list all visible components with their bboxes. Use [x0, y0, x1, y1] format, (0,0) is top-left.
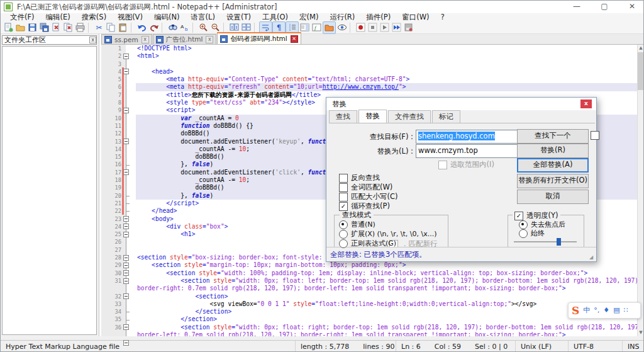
replace-icon[interactable]: Ab — [179, 22, 191, 33]
replace-all-button[interactable]: 全部替换(A) — [517, 158, 589, 173]
close-file-icon[interactable] — [50, 22, 62, 33]
fold-collapse-icon[interactable] — [123, 54, 129, 59]
code-hyperlink[interactable]: http://www.cmzym.top/ — [323, 83, 399, 90]
menu-item-插件(P)[interactable]: 插件(P) — [360, 13, 396, 21]
option-循环查找(P)[interactable]: ✓循环查找(P) — [339, 202, 390, 211]
checkbox-box[interactable]: ✓ — [339, 202, 348, 211]
redo-icon[interactable] — [148, 22, 160, 33]
fold-collapse-icon[interactable] — [123, 108, 129, 113]
scrollbar-thumb[interactable] — [638, 52, 644, 90]
bookmark-checkbox[interactable] — [591, 131, 602, 140]
editor-line[interactable]: 3 — [101, 60, 637, 68]
fold-margin-cell[interactable] — [126, 238, 136, 246]
checkbox-box[interactable] — [339, 193, 348, 202]
editor-line[interactable]: 2<html> — [101, 52, 637, 60]
eol-format-status[interactable]: Unix (LF) — [515, 341, 574, 352]
fold-collapse-icon[interactable] — [123, 293, 129, 299]
sync-scroll-v-icon[interactable] — [228, 22, 240, 33]
slider-handle[interactable] — [557, 238, 561, 246]
tab-ss.pem[interactable]: ss.pemx — [101, 34, 152, 44]
radio-dot[interactable] — [519, 220, 528, 229]
option-全词匹配(W)[interactable]: 全词匹配(W) — [339, 183, 392, 192]
close-button[interactable]: ✕ — [619, 1, 644, 13]
menu-item-宏(M)[interactable]: 宏(M) — [294, 13, 324, 21]
undo-icon[interactable] — [136, 22, 148, 33]
menu-item-文件(F)[interactable]: 文件(F) — [4, 13, 40, 21]
monitoring-eye-icon[interactable] — [336, 22, 348, 33]
fold-collapse-icon[interactable] — [123, 216, 129, 222]
editor-line[interactable]: 35 </section> — [101, 315, 637, 323]
folder-workspace-icon[interactable] — [323, 21, 336, 34]
fold-margin-cell[interactable] — [126, 145, 136, 153]
dialog-close-button[interactable]: x — [580, 99, 592, 108]
menu-item-运行(R)[interactable]: 运行(R) — [324, 13, 360, 21]
dialog-tab-文件查找[interactable]: 文件查找 — [388, 110, 431, 123]
fold-margin-cell[interactable] — [126, 83, 136, 91]
fold-collapse-icon[interactable] — [123, 224, 129, 229]
menu-item-窗口(W)[interactable]: 窗口(W) — [396, 13, 435, 21]
editor-line[interactable]: 32 <section> — [101, 293, 637, 300]
fold-margin-cell[interactable] — [126, 285, 136, 292]
fold-margin-cell[interactable] — [126, 99, 136, 106]
microphone-icon[interactable]: ♦ — [603, 303, 609, 318]
function-list-icon[interactable]: f — [311, 22, 323, 33]
editor-line[interactable]: 5 <meta http-equiv="Content-Type" conten… — [101, 76, 637, 83]
menu-item-?[interactable]: ? — [435, 13, 450, 21]
editor-line[interactable]: border-right: 0.7em solid rgb(218, 120, … — [101, 285, 637, 292]
checkbox-box[interactable] — [339, 174, 348, 183]
menu-item-搜索(S)[interactable]: 搜索(S) — [76, 13, 112, 21]
cancel-button[interactable]: 取消 — [517, 190, 589, 204]
transparency-始终[interactable]: 始终 — [519, 229, 545, 238]
fold-margin-cell[interactable] — [126, 246, 136, 254]
tab-广告位.html[interactable]: 广告位.htmlx — [153, 34, 217, 44]
tab-close-icon[interactable]: x — [206, 36, 213, 43]
fold-margin-cell[interactable] — [126, 130, 136, 137]
soft-keyboard-icon[interactable]: ▤ — [613, 303, 619, 318]
fold-margin-cell[interactable] — [126, 153, 136, 161]
menu-item-视图(V)[interactable]: 视图(V) — [112, 13, 148, 21]
macro-record-icon[interactable] — [355, 22, 367, 33]
fold-margin-cell[interactable] — [126, 331, 136, 336]
radio-dot[interactable] — [519, 229, 528, 238]
radio-dot[interactable] — [339, 239, 348, 248]
fold-margin-cell[interactable] — [126, 45, 136, 52]
macro-save-icon[interactable] — [402, 22, 414, 33]
find-next-button[interactable]: 查找下一个 — [517, 129, 589, 144]
print-icon[interactable] — [74, 22, 86, 33]
dialog-tab-替换[interactable]: 替换 — [358, 110, 387, 123]
editor-line[interactable]: 31 <section style="width: 0px; float: le… — [101, 277, 637, 285]
editor-line[interactable]: 36 <section style="width: 0px; float: ri… — [101, 324, 637, 331]
checkbox-box[interactable] — [339, 183, 348, 192]
zoom-in-icon[interactable] — [197, 22, 209, 33]
open-file-icon[interactable] — [14, 22, 26, 33]
fold-margin-cell[interactable] — [126, 176, 136, 184]
menu-item-编辑(E)[interactable]: 编辑(E) — [40, 13, 76, 21]
in-selection-checkbox[interactable]: 选取范围内(I) — [438, 160, 494, 169]
fold-collapse-icon[interactable] — [123, 340, 129, 346]
close-all-icon[interactable] — [62, 22, 74, 33]
scroll-up-icon[interactable]: ▲ — [638, 45, 644, 51]
save-all-icon[interactable] — [38, 22, 50, 33]
copy-icon[interactable] — [105, 22, 117, 33]
cut-icon[interactable]: ✂ — [93, 22, 105, 33]
fold-collapse-icon[interactable] — [123, 278, 129, 284]
option-匹配大小写(C)[interactable]: 匹配大小写(C) — [339, 192, 398, 202]
resize-grip-icon[interactable]: ◢ — [589, 255, 595, 261]
search-mode-普通(N)[interactable]: 普通(N) — [339, 220, 375, 229]
chinese-mode-icon[interactable]: 中 — [583, 303, 590, 318]
menu-item-设置(T)[interactable]: 设置(T) — [221, 13, 257, 21]
fold-margin-cell[interactable] — [126, 60, 136, 68]
doc-map-icon[interactable] — [299, 22, 311, 33]
minimize-button[interactable]: — — [564, 1, 589, 13]
macro-play-icon[interactable] — [379, 22, 391, 33]
find-icon[interactable] — [167, 22, 179, 33]
editor-line[interactable]: border-left: 0.7em solid rgb(218, 120, 1… — [101, 331, 637, 336]
encoding-status[interactable]: UTF-8 — [568, 341, 628, 352]
search-mode-扩展(X) (\n, \r, \t, \0, \x...)[interactable]: 扩展(X) (\n, \r, \t, \0, \x...) — [339, 229, 437, 239]
folder-workspace-body[interactable] — [2, 46, 97, 335]
radio-dot[interactable] — [339, 220, 348, 229]
editor-line[interactable]: 4 <head> — [101, 68, 637, 76]
fold-margin-cell[interactable] — [126, 76, 136, 83]
tab-close-icon[interactable]: x — [142, 36, 149, 43]
fold-collapse-icon[interactable] — [123, 169, 129, 175]
